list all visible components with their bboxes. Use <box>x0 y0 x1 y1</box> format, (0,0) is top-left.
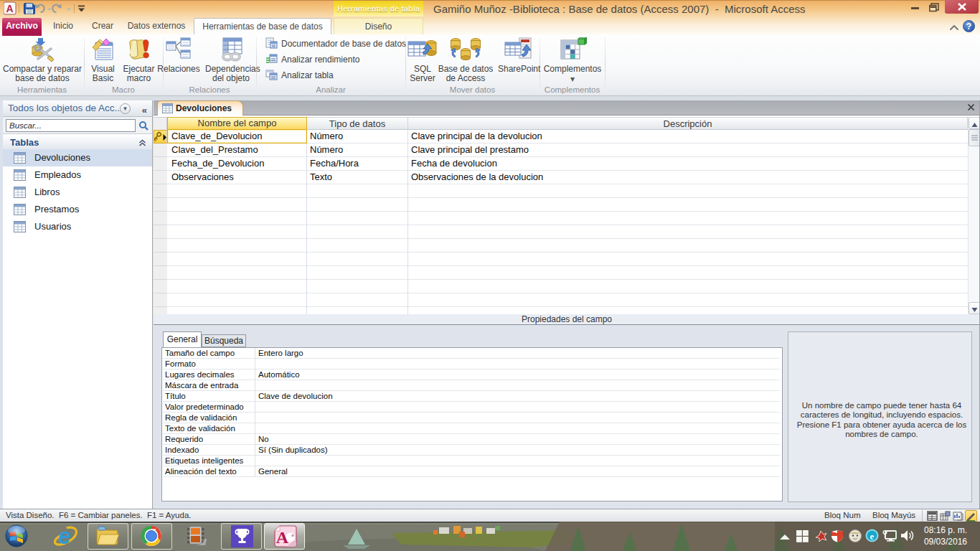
svg-text:A: A <box>276 528 289 547</box>
svg-text:e: e <box>58 524 71 548</box>
svg-text:e: e <box>870 531 875 542</box>
svg-text:A: A <box>6 3 13 14</box>
